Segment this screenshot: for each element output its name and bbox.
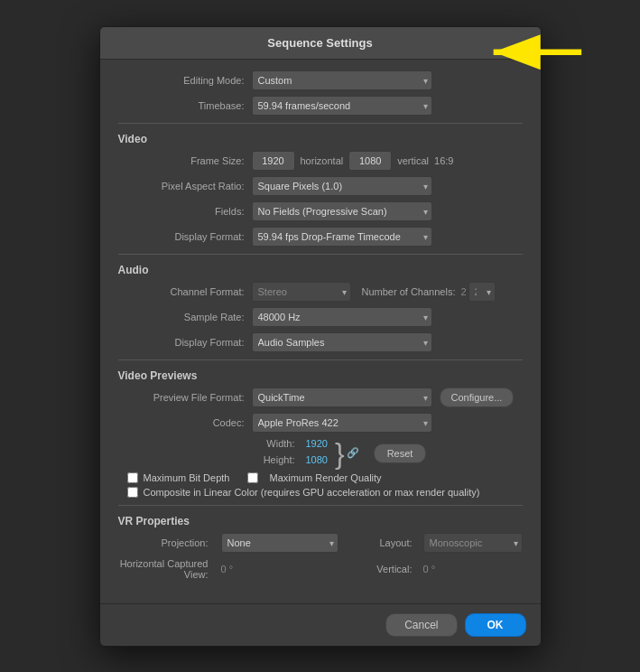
pixel-aspect-select-wrapper[interactable]: Square Pixels (1.0) D1/DV NTSC (0.9091) [252, 176, 432, 196]
editing-mode-select-wrapper[interactable]: Custom DSLR HDV [252, 70, 432, 90]
timebase-label: Timebase: [118, 100, 245, 111]
horizontal-captured-label: Horizontal Captured View: [118, 558, 209, 580]
chain-icon: 🔗 [347, 447, 359, 459]
sample-rate-row: Sample Rate: 48000 Hz 44100 Hz 96000 Hz [118, 307, 523, 327]
timebase-select-wrapper[interactable]: 59.94 frames/second 29.97 frames/second … [252, 96, 432, 116]
channel-format-select-wrapper[interactable]: Stereo Mono 5.1 [252, 282, 351, 302]
preview-file-format-label: Preview File Format: [118, 392, 245, 403]
codec-label: Codec: [118, 417, 245, 428]
sample-rate-select[interactable]: 48000 Hz 44100 Hz 96000 Hz [252, 307, 432, 327]
audio-display-format-label: Display Format: [118, 337, 245, 348]
frame-size-inputs: 1920 horizontal 1080 vertical 16:9 [252, 151, 454, 171]
height-value: 1080 [306, 454, 328, 465]
timebase-select[interactable]: 59.94 frames/second 29.97 frames/second … [252, 96, 432, 116]
projection-select[interactable]: None Equirectangular [221, 533, 339, 553]
layout-select-wrapper: Monoscopic [423, 533, 523, 553]
width-height-section: Width: 1920 Height: 1080 } 🔗 Reset [252, 438, 523, 469]
pixel-aspect-label: Pixel Aspect Ratio: [118, 181, 245, 191]
codec-select[interactable]: Apple ProRes 422 Apple ProRes 4444 H.264 [252, 413, 432, 433]
projection-select-wrapper[interactable]: None Equirectangular [221, 533, 339, 553]
video-display-format-label: Display Format: [118, 231, 245, 242]
frame-ratio: 16:9 [434, 155, 453, 166]
editing-mode-select[interactable]: Custom DSLR HDV [252, 70, 432, 90]
audio-display-format-select-wrapper[interactable]: Audio Samples Milliseconds [252, 332, 432, 352]
frame-height-input[interactable]: 1080 [348, 151, 392, 171]
composite-linear-label: Composite in Linear Color (requires GPU … [144, 487, 480, 498]
video-display-format-row: Display Format: 59.94 fps Drop-Frame Tim… [118, 227, 523, 247]
max-render-quality-label: Maximum Render Quality [269, 472, 381, 483]
height-row: Height: 1080 [252, 454, 328, 465]
video-display-format-select-wrapper[interactable]: 59.94 fps Drop-Frame Timecode 59.94 fps … [252, 227, 432, 247]
preview-file-format-select[interactable]: QuickTime I-Frame Only MPEG [252, 387, 432, 407]
pixel-aspect-row: Pixel Aspect Ratio: Square Pixels (1.0) … [118, 176, 523, 196]
video-display-format-select[interactable]: 59.94 fps Drop-Frame Timecode 59.94 fps … [252, 227, 432, 247]
vertical-label: vertical [397, 155, 429, 166]
layout-label: Layout: [379, 537, 412, 548]
editing-mode-row: Editing Mode: Custom DSLR HDV [118, 70, 523, 90]
width-value: 1920 [306, 438, 328, 449]
audio-section-header: Audio [118, 264, 523, 276]
max-bit-depth-label: Maximum Bit Depth [144, 472, 230, 483]
audio-display-format-select[interactable]: Audio Samples Milliseconds [252, 332, 432, 352]
reset-button[interactable]: Reset [374, 443, 427, 463]
ok-button[interactable]: OK [465, 613, 526, 637]
preview-file-format-select-wrapper[interactable]: QuickTime I-Frame Only MPEG [252, 387, 432, 407]
preview-file-format-row: Preview File Format: QuickTime I-Frame O… [118, 387, 523, 407]
channel-format-label: Channel Format: [118, 286, 245, 297]
fields-select[interactable]: No Fields (Progressive Scan) Upper Field… [252, 201, 432, 221]
vertical-value: 0 ° [423, 564, 523, 574]
audio-display-format-row: Display Format: Audio Samples Millisecon… [118, 332, 523, 352]
codec-select-wrapper[interactable]: Apple ProRes 422 Apple ProRes 4444 H.264 [252, 413, 432, 433]
num-channels-label: Number of Channels: [362, 286, 456, 297]
horizontal-label: horizontal [301, 155, 344, 166]
dialog-content: Editing Mode: Custom DSLR HDV Timebase: … [100, 60, 541, 596]
composite-linear-checkbox[interactable] [127, 487, 138, 498]
dialog-footer: Cancel OK [100, 603, 541, 646]
vertical-label: Vertical: [376, 564, 412, 574]
width-row: Width: 1920 [252, 438, 328, 449]
bracket-icon: } [335, 439, 345, 468]
width-label: Width: [252, 438, 295, 449]
video-section-header: Video [118, 133, 523, 145]
channel-format-select[interactable]: Stereo Mono 5.1 [252, 282, 351, 302]
num-channels-value: 2 [460, 286, 466, 297]
max-render-quality-checkbox[interactable] [247, 472, 258, 483]
link-bracket-container: } 🔗 [335, 439, 359, 468]
dialog-title: Sequence Settings [100, 27, 541, 60]
frame-size-label: Frame Size: [118, 155, 245, 166]
num-channels-select-wrapper: 2 [468, 282, 496, 302]
fields-label: Fields: [118, 206, 245, 217]
fields-select-wrapper[interactable]: No Fields (Progressive Scan) Upper Field… [252, 201, 432, 221]
sequence-settings-dialog: Sequence Settings Editing Mode: Custom D… [99, 26, 542, 647]
wh-inputs: Width: 1920 Height: 1080 [252, 438, 328, 469]
horizontal-captured-value: 0 ° [221, 564, 234, 574]
projection-layout-row: Projection: None Equirectangular Layout:… [118, 533, 523, 553]
video-previews-section-header: Video Previews [118, 369, 523, 382]
vr-properties-section-header: VR Properties [118, 515, 523, 527]
max-bit-depth-checkbox[interactable] [127, 472, 138, 483]
pixel-aspect-select[interactable]: Square Pixels (1.0) D1/DV NTSC (0.9091) [252, 176, 432, 196]
editing-mode-label: Editing Mode: [118, 75, 245, 86]
frame-width-input[interactable]: 1920 [252, 151, 295, 171]
fields-row: Fields: No Fields (Progressive Scan) Upp… [118, 201, 523, 221]
height-label: Height: [252, 454, 295, 465]
cancel-button[interactable]: Cancel [385, 613, 457, 637]
layout-select: Monoscopic [423, 533, 523, 553]
projection-label: Projection: [118, 537, 209, 548]
sample-rate-label: Sample Rate: [118, 312, 245, 322]
frame-size-row: Frame Size: 1920 horizontal 1080 vertica… [118, 151, 523, 171]
timebase-row: Timebase: 59.94 frames/second 29.97 fram… [118, 96, 523, 116]
channel-format-row: Channel Format: Stereo Mono 5.1 Number o… [118, 282, 523, 302]
num-channels-select: 2 [468, 282, 496, 302]
configure-button[interactable]: Configure... [440, 387, 515, 407]
composite-linear-row: Composite in Linear Color (requires GPU … [127, 487, 523, 498]
sample-rate-select-wrapper[interactable]: 48000 Hz 44100 Hz 96000 Hz [252, 307, 432, 327]
max-bit-depth-row: Maximum Bit Depth Maximum Render Quality [127, 472, 523, 483]
horiz-vert-row: Horizontal Captured View: 0 ° Vertical: … [118, 558, 523, 580]
codec-row: Codec: Apple ProRes 422 Apple ProRes 444… [118, 413, 523, 433]
